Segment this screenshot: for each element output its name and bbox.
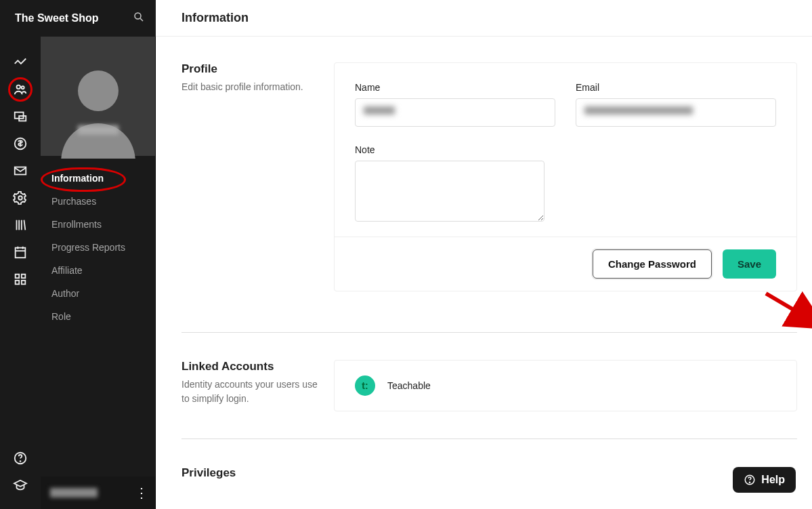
svg-line-24: [766, 293, 812, 327]
sidebar-item-enrollments[interactable]: Enrollments: [51, 213, 155, 236]
profile-card: Name Email Note Change Password: [334, 62, 797, 291]
nav-graduation-icon[interactable]: [0, 472, 41, 499]
email-label: Email: [576, 82, 776, 93]
help-button[interactable]: Help: [733, 467, 796, 493]
profile-section-title: Profile: [181, 62, 320, 76]
user-avatar-block: Student: [41, 37, 155, 156]
svg-point-8: [18, 196, 22, 200]
linked-section-title: Linked Accounts: [181, 360, 320, 373]
email-input[interactable]: [576, 98, 776, 127]
svg-point-0: [135, 13, 141, 19]
name-label: Name: [355, 82, 555, 93]
sidebar-item-information[interactable]: Information: [51, 167, 155, 190]
sidebar-item-author[interactable]: Author: [51, 282, 155, 305]
nav-settings-icon[interactable]: [0, 184, 41, 211]
svg-rect-17: [16, 274, 20, 279]
nav-sales-icon[interactable]: [0, 130, 41, 157]
svg-point-2: [17, 85, 21, 89]
svg-rect-18: [22, 274, 26, 279]
nav-site-icon[interactable]: [0, 103, 41, 130]
nav-email-icon[interactable]: [0, 157, 41, 184]
svg-rect-19: [16, 281, 20, 285]
divider: [181, 332, 797, 333]
nav-help-icon[interactable]: [0, 445, 41, 472]
nav-apps-icon[interactable]: [0, 266, 41, 293]
sidebar-item-role[interactable]: Role: [51, 305, 155, 328]
user-name-redacted: [78, 125, 119, 135]
svg-point-3: [22, 86, 24, 89]
main-content: Information Profile Edit basic profile i…: [156, 0, 812, 509]
teachable-badge-icon: t:: [355, 375, 375, 396]
sidebar-item-purchases[interactable]: Purchases: [51, 190, 155, 213]
nav-analytics-icon[interactable]: [0, 49, 41, 76]
side-menu: Information Purchases Enrollments Progre…: [41, 156, 155, 328]
footer-user-redacted: [50, 488, 98, 497]
footer-menu-icon[interactable]: ⋮: [135, 485, 148, 501]
svg-rect-13: [16, 248, 26, 258]
help-label: Help: [761, 474, 785, 486]
svg-point-23: [78, 70, 119, 111]
note-textarea[interactable]: [355, 161, 544, 222]
note-label: Note: [355, 144, 558, 155]
annotation-arrow-icon: [763, 290, 812, 338]
svg-line-12: [24, 220, 26, 230]
page-title: Information: [181, 11, 249, 25]
sidebar-item-progress-reports[interactable]: Progress Reports: [51, 236, 155, 259]
avatar-placeholder-icon: [41, 43, 156, 159]
change-password-button[interactable]: Change Password: [593, 249, 712, 279]
privileges-section-title: Privileges: [181, 466, 797, 480]
svg-point-22: [20, 461, 21, 462]
save-button[interactable]: Save: [723, 249, 776, 279]
icon-rail: [0, 0, 41, 509]
svg-line-1: [140, 18, 143, 21]
divider: [181, 439, 797, 439]
nav-calendar-icon[interactable]: [0, 239, 41, 266]
nav-users-icon[interactable]: [0, 76, 41, 103]
nav-library-icon[interactable]: [0, 211, 41, 239]
linked-section-desc: Identity accounts your users use to simp…: [181, 378, 320, 406]
side-panel: Student Information Purchases Enrollment…: [41, 0, 156, 509]
help-circle-icon: [744, 474, 756, 486]
search-icon[interactable]: [133, 11, 145, 26]
linked-provider-name: Teachable: [387, 380, 431, 391]
sidebar-item-affiliate[interactable]: Affiliate: [51, 259, 155, 282]
svg-rect-20: [22, 281, 26, 285]
svg-point-26: [750, 482, 750, 483]
name-input[interactable]: [355, 98, 555, 127]
linked-account-card: t: Teachable: [334, 360, 797, 411]
main-header: Information: [156, 0, 812, 37]
profile-section-desc: Edit basic profile information.: [181, 80, 320, 94]
